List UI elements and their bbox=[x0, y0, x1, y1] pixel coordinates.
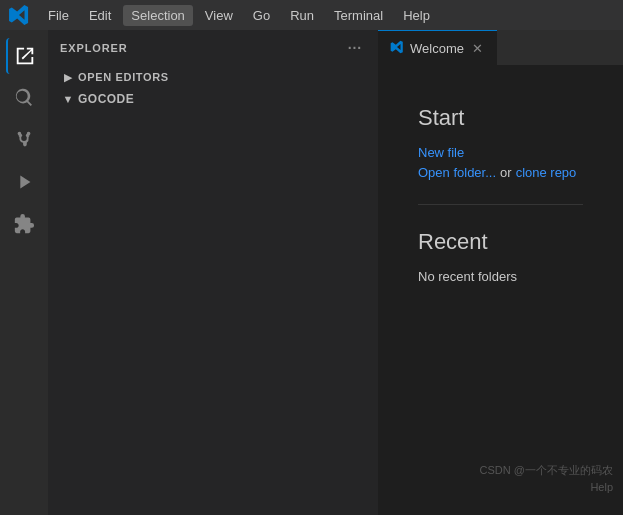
tab-bar: Welcome ✕ bbox=[378, 30, 623, 65]
open-editors-item[interactable]: ▶ OPEN EDITORS bbox=[48, 66, 378, 88]
no-recent-line: No recent folders bbox=[418, 269, 583, 284]
menu-edit[interactable]: Edit bbox=[81, 5, 119, 26]
welcome-tab-label: Welcome bbox=[410, 41, 464, 56]
menu-terminal[interactable]: Terminal bbox=[326, 5, 391, 26]
watermark-line2: Help bbox=[480, 479, 613, 496]
gocode-item[interactable]: ▼ GOCODE bbox=[48, 88, 378, 110]
menu-view[interactable]: View bbox=[197, 5, 241, 26]
section-separator bbox=[418, 204, 583, 205]
vscode-logo bbox=[8, 4, 30, 26]
watermark: CSDN @一个不专业的码农 Help bbox=[480, 462, 613, 495]
source-control-activity-icon[interactable] bbox=[6, 122, 42, 158]
start-title: Start bbox=[418, 105, 583, 131]
welcome-panel: Start New file Open folder... or clone r… bbox=[378, 65, 623, 515]
or-text: or bbox=[500, 165, 512, 180]
no-recent-text: No recent folders bbox=[418, 269, 517, 284]
recent-title: Recent bbox=[418, 229, 583, 255]
welcome-tab-close[interactable]: ✕ bbox=[470, 41, 485, 56]
open-folder-line: Open folder... or clone repo bbox=[418, 165, 583, 180]
menu-help[interactable]: Help bbox=[395, 5, 438, 26]
new-file-link[interactable]: New file bbox=[418, 145, 464, 160]
new-file-line: New file bbox=[418, 145, 583, 160]
extensions-activity-icon[interactable] bbox=[6, 206, 42, 242]
run-debug-activity-icon[interactable] bbox=[6, 164, 42, 200]
open-editors-chevron: ▶ bbox=[60, 69, 76, 85]
open-folder-link[interactable]: Open folder... bbox=[418, 165, 496, 180]
menu-selection[interactable]: Selection bbox=[123, 5, 192, 26]
menu-file[interactable]: File bbox=[40, 5, 77, 26]
clone-repo-link[interactable]: clone repo bbox=[516, 165, 577, 180]
vscode-tab-icon bbox=[390, 40, 404, 57]
activity-bar bbox=[0, 30, 48, 515]
watermark-line1: CSDN @一个不专业的码农 bbox=[480, 462, 613, 479]
sidebar: Explorer ··· ▶ OPEN EDITORS ▼ GOCODE bbox=[48, 30, 378, 515]
open-editors-label: OPEN EDITORS bbox=[78, 71, 169, 83]
sidebar-more-button[interactable]: ··· bbox=[344, 38, 366, 58]
menu-go[interactable]: Go bbox=[245, 5, 278, 26]
menu-run[interactable]: Run bbox=[282, 5, 322, 26]
editor-area: Welcome ✕ Start New file Open folder... … bbox=[378, 30, 623, 515]
title-bar: File Edit Selection View Go Run Terminal… bbox=[0, 0, 623, 30]
main-area: Explorer ··· ▶ OPEN EDITORS ▼ GOCODE bbox=[0, 30, 623, 515]
search-activity-icon[interactable] bbox=[6, 80, 42, 116]
sidebar-header: Explorer ··· bbox=[48, 30, 378, 66]
explorer-activity-icon[interactable] bbox=[6, 38, 42, 74]
sidebar-header-actions: ··· bbox=[344, 38, 366, 58]
gocode-chevron: ▼ bbox=[60, 91, 76, 107]
sidebar-tree: ▶ OPEN EDITORS ▼ GOCODE bbox=[48, 66, 378, 515]
gocode-label: GOCODE bbox=[78, 92, 134, 106]
explorer-title: Explorer bbox=[60, 42, 128, 54]
welcome-tab[interactable]: Welcome ✕ bbox=[378, 30, 497, 65]
